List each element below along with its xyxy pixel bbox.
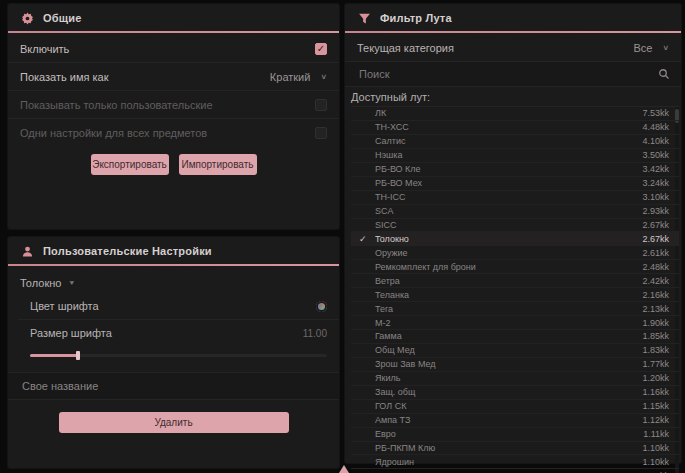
loot-item[interactable]: Салтис4.10kk bbox=[351, 135, 679, 149]
loot-item-name: Толокно bbox=[375, 234, 642, 244]
custom-name-input[interactable] bbox=[20, 379, 327, 393]
loot-item[interactable]: SCA2.93kk bbox=[351, 205, 679, 219]
loot-item-name: ЛК bbox=[359, 108, 642, 118]
chevron-down-icon: ▾ bbox=[69, 279, 74, 287]
loot-item-name: ТН-IСС bbox=[359, 192, 642, 202]
settings-row-label: Включить bbox=[20, 43, 69, 55]
color-wheel-icon[interactable] bbox=[316, 301, 327, 312]
loot-item-name: Ампа ТЗ bbox=[359, 415, 642, 425]
category-value: Все bbox=[633, 42, 652, 54]
delete-button[interactable]: Удалить bbox=[59, 412, 289, 433]
loot-item[interactable]: РБ-ВО Мех3.24kk bbox=[351, 177, 679, 191]
name-mode-select[interactable]: Краткий∨ bbox=[270, 71, 327, 83]
loot-item-name: Ветра bbox=[359, 276, 642, 286]
loot-item-name: Евро bbox=[359, 429, 643, 439]
loot-item[interactable]: РБ-ВО Кле3.42kk bbox=[351, 163, 679, 177]
settings-row: Включить✓ bbox=[8, 35, 339, 63]
selected-item-header[interactable]: Толокно ▾ bbox=[8, 268, 339, 293]
resize-grip-icon[interactable] bbox=[339, 462, 349, 473]
loot-item[interactable]: ТН-ХСС4.48kk bbox=[351, 121, 679, 135]
header-divider bbox=[8, 264, 339, 266]
loot-item-name: Ядрошин bbox=[359, 457, 642, 467]
loot-item-name: ГОЛ СК bbox=[359, 401, 642, 411]
loot-item-value: 4.10kk bbox=[642, 136, 669, 146]
loot-item[interactable]: ✓Толокно2.67kk bbox=[351, 232, 679, 246]
settings-row: Одни настройки для всех предметов bbox=[8, 119, 339, 146]
loot-item[interactable]: Нэшка3.50kk bbox=[351, 149, 679, 163]
general-panel: Общие Включить✓Показать имя какКраткий∨П… bbox=[8, 4, 339, 229]
font-size-value: 11.00 bbox=[303, 328, 327, 339]
category-row[interactable]: Текущая категория Все ∨ bbox=[345, 35, 681, 62]
loot-item-name: Якиль bbox=[359, 373, 642, 383]
loot-item-value: 1.77kk bbox=[642, 359, 669, 369]
select-value: Краткий bbox=[270, 71, 311, 83]
loot-item[interactable]: Якиль1.20kk bbox=[351, 372, 679, 386]
loot-item[interactable]: ЛК7.53kk bbox=[351, 107, 679, 121]
general-rows: Включить✓Показать имя какКраткий∨Показыв… bbox=[8, 35, 339, 146]
loot-item[interactable]: Защ. общ1.16kk bbox=[351, 386, 679, 400]
loot-item[interactable]: Зрош Зав Мед1.77kk bbox=[351, 358, 679, 372]
loot-item-name: Защ. общ bbox=[359, 387, 642, 397]
loot-item[interactable]: Общ Мед1.83kk bbox=[351, 344, 679, 358]
available-loot-label: Доступный лут: bbox=[345, 87, 681, 106]
chevron-down-icon: ∨ bbox=[662, 44, 669, 52]
loot-item[interactable]: Ампа ТЗ1.12kk bbox=[351, 414, 679, 428]
font-size-label: Размер шрифта bbox=[30, 327, 112, 339]
loot-item-value: 7.53kk bbox=[642, 108, 669, 118]
custom-panel-header: Пользовательские Настройки bbox=[8, 237, 339, 264]
custom-panel-title: Пользовательские Настройки bbox=[43, 245, 212, 257]
loot-item-value: 1.90kk bbox=[642, 318, 669, 328]
slider-handle[interactable] bbox=[76, 351, 80, 360]
loot-item[interactable]: ГОЛ СК1.15kk bbox=[351, 400, 679, 414]
loot-item[interactable]: РБ-ПКПМ Клю1.10kk bbox=[351, 442, 679, 456]
search-icon[interactable] bbox=[657, 67, 671, 81]
loot-item-value: 1.12kk bbox=[642, 415, 669, 425]
check-icon: ✓ bbox=[359, 234, 371, 244]
loot-item-name: Гамма bbox=[359, 331, 642, 341]
loot-item[interactable]: Ремкомплект для брони2.48kk bbox=[351, 260, 679, 274]
loot-item-name: РБ-ПКПМ Клю bbox=[359, 443, 642, 453]
settings-row: Показывать только пользовательские bbox=[8, 91, 339, 119]
loot-item-value: 1.20kk bbox=[642, 373, 669, 383]
loot-item-name: Салтис bbox=[359, 136, 642, 146]
checkbox[interactable] bbox=[315, 127, 327, 139]
export-button[interactable]: Экспортировать bbox=[91, 154, 169, 175]
loot-item[interactable]: Ветра2.42kk bbox=[351, 274, 679, 288]
category-label: Текущая категория bbox=[357, 42, 454, 54]
loot-item[interactable]: Оружие2.61kk bbox=[351, 246, 679, 260]
loot-item[interactable]: Ядрошин1.10kk bbox=[351, 455, 679, 469]
funnel-icon bbox=[357, 11, 371, 25]
loot-item-value: 2.16kk bbox=[642, 290, 669, 300]
loot-item-value: 2.93kk bbox=[642, 206, 669, 216]
checkbox[interactable] bbox=[315, 99, 327, 111]
loot-item[interactable]: ТН-IСС3.10kk bbox=[351, 191, 679, 205]
loot-panel-title: Фильтр Лута bbox=[380, 12, 452, 24]
general-panel-header: Общие bbox=[8, 4, 339, 31]
category-select[interactable]: Все ∨ bbox=[633, 42, 669, 54]
import-button[interactable]: Импортировать bbox=[179, 154, 257, 175]
custom-settings-panel: Пользовательские Настройки Толокно ▾ Цве… bbox=[8, 237, 339, 468]
loot-item-value: 1.16kk bbox=[642, 387, 669, 397]
loot-item[interactable]: SICC2.67kk bbox=[351, 219, 679, 233]
header-divider bbox=[8, 31, 339, 33]
loot-item-value: 2.61kk bbox=[642, 248, 669, 258]
loot-item-name: Ремкомплект для брони bbox=[359, 262, 642, 272]
font-color-row[interactable]: Цвет шрифта bbox=[18, 293, 339, 320]
checkbox[interactable]: ✓ bbox=[315, 43, 327, 55]
loot-item[interactable]: Тега2.13kk bbox=[351, 302, 679, 316]
loot-item-value: 2.13kk bbox=[642, 304, 669, 314]
loot-item[interactable]: М-21.90kk bbox=[351, 316, 679, 330]
loot-item[interactable]: 0.2BTC1.03kk bbox=[351, 469, 679, 473]
loot-list: ЛК7.53kkТН-ХСС4.48kkСалтис4.10kkНэшка3.5… bbox=[351, 106, 679, 473]
search-input[interactable] bbox=[357, 67, 649, 81]
slider-fill bbox=[30, 354, 78, 357]
loot-item-name: РБ-ВО Мех bbox=[359, 178, 642, 188]
loot-item[interactable]: Гамма1.85kk bbox=[351, 330, 679, 344]
loot-item-value: 3.50kk bbox=[642, 150, 669, 160]
font-size-slider[interactable] bbox=[30, 350, 327, 362]
loot-item[interactable]: Евро1.11kk bbox=[351, 428, 679, 442]
chevron-down-icon: ∨ bbox=[320, 73, 327, 81]
loot-item-name: ТН-ХСС bbox=[359, 122, 642, 132]
loot-item[interactable]: Теланка2.16kk bbox=[351, 288, 679, 302]
loot-item-value: 2.67kk bbox=[642, 220, 669, 230]
